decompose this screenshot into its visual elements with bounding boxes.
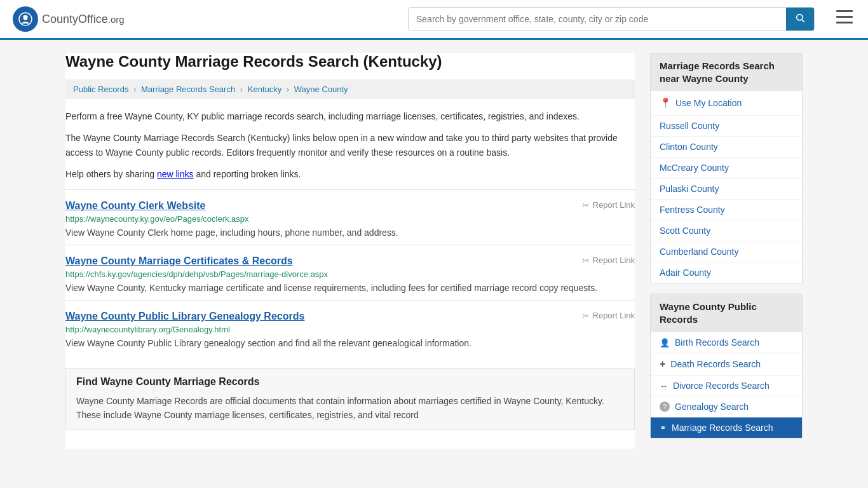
breadcrumb: Public Records › Marriage Records Search… [65,79,635,99]
death-icon: + [660,358,665,370]
report-link-3[interactable]: ✂ Report Link [582,311,635,321]
nearby-county-cumberland[interactable]: Cumberland County [651,241,802,262]
pr-birth-records[interactable]: 👤 Birth Records Search [651,332,802,353]
result-url-2[interactable]: https://chfs.ky.gov/agencies/dph/dehp/vs… [65,269,635,279]
result-title-3[interactable]: Wayne County Public Library Genealogy Re… [65,311,304,322]
logo-text: CountyOffice.org [42,13,125,26]
report-icon: ✂ [582,311,590,321]
report-link-1[interactable]: ✂ Report Link [582,200,635,210]
svg-rect-6 [836,22,853,24]
result-desc-3: View Wayne County Public Library genealo… [65,337,635,350]
result-title-2[interactable]: Wayne County Marriage Certificates & Rec… [65,255,293,267]
page-title: Wayne County Marriage Records Search (Ke… [65,53,635,71]
new-links-link[interactable]: new links [157,169,194,179]
logo-icon [13,6,38,32]
nearby-county-clinton[interactable]: Clinton County [651,136,802,157]
pr-marriage-records[interactable]: ⚭ Marriage Records Search [651,417,802,438]
svg-point-1 [24,16,28,20]
description-para1: Perform a free Wayne County, KY public m… [65,109,635,123]
marriage-icon: ⚭ [660,423,667,433]
logo[interactable]: CountyOffice.org [13,6,125,32]
svg-rect-5 [836,16,853,18]
result-desc-2: View Wayne County, Kentucky marriage cer… [65,281,635,295]
result-item: Wayne County Marriage Certificates & Rec… [65,245,635,300]
result-title-1[interactable]: Wayne County Clerk Website [65,200,206,212]
divorce-icon: ↔ [660,381,668,391]
breadcrumb-kentucky[interactable]: Kentucky [248,85,281,94]
report-link-2[interactable]: ✂ Report Link [582,255,635,266]
result-item: Wayne County Public Library Genealogy Re… [65,300,635,355]
pr-death-records[interactable]: + Death Records Search [651,353,802,375]
breadcrumb-wayne-county[interactable]: Wayne County [294,85,348,94]
search-button[interactable] [786,8,814,30]
result-url-1[interactable]: https://waynecounty.ky.gov/eo/Pages/cocl… [65,214,635,224]
result-desc-1: View Wayne County Clerk home page, inclu… [65,226,635,240]
result-url-3[interactable]: http://waynecountylibrary.org/Genealogy.… [65,325,635,334]
birth-icon: 👤 [660,338,670,348]
pr-genealogy[interactable]: ? Genealogy Search [651,396,802,417]
genealogy-icon: ? [660,402,670,412]
svg-point-2 [797,15,803,20]
nearby-county-fentress[interactable]: Fentress County [651,199,802,220]
breadcrumb-public-records[interactable]: Public Records [73,85,128,94]
public-records-section: Wayne County Public Records 👤 Birth Reco… [650,294,803,438]
menu-icon[interactable] [834,8,855,30]
public-records-header: Wayne County Public Records [651,294,802,332]
nearby-county-adair[interactable]: Adair County [651,262,802,283]
svg-rect-4 [836,10,853,12]
description-para3: Help others by sharing new links and rep… [65,167,635,181]
find-section: Find Wayne County Marriage Records Wayne… [65,368,635,431]
nearby-county-scott[interactable]: Scott County [651,220,802,241]
description-para2: The Wayne County Marriage Records Search… [65,131,635,159]
nearby-county-pulaski[interactable]: Pulaski County [651,178,802,199]
find-section-heading: Find Wayne County Marriage Records [76,376,624,388]
result-item: Wayne County Clerk Website ✂ Report Link… [65,189,635,245]
search-bar [408,7,815,31]
breadcrumb-marriage-records[interactable]: Marriage Records Search [141,85,235,94]
search-input[interactable] [409,8,786,30]
pr-divorce-records[interactable]: ↔ Divorce Records Search [651,375,802,396]
sidebar: Marriage Records Search near Wayne Count… [650,53,803,449]
find-section-text: Wayne County Marriage Records are offici… [76,394,624,423]
nearby-county-mccreary[interactable]: McCreary County [651,157,802,178]
location-pin-icon: 📍 [660,97,672,109]
svg-line-3 [802,20,804,22]
nearby-section: Marriage Records Search near Wayne Count… [650,53,803,283]
nearby-section-header: Marriage Records Search near Wayne Count… [651,53,802,91]
nearby-county-russell[interactable]: Russell County [651,115,802,136]
report-icon: ✂ [582,255,590,266]
use-location-button[interactable]: 📍 Use My Location [651,91,802,115]
report-icon: ✂ [582,200,590,210]
